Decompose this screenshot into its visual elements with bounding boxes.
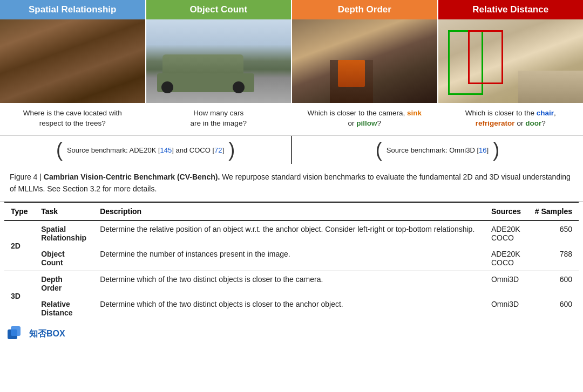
sources-cell-spatial: ADE20KCOCO (485, 221, 528, 246)
table-row: RelativeDistance Determine which of the … (4, 296, 579, 321)
table-row: 3D DepthOrder Determine which of the two… (4, 271, 579, 297)
banner-image-spatial (0, 19, 145, 103)
table-wrapper: Type Task Description Sources # Samples … (0, 202, 583, 321)
desc-cell-object: Determine the number of instances presen… (93, 246, 485, 271)
desc-cell-depth: Determine which of the two distinct obje… (93, 271, 485, 297)
desc-cell-spatial: Determine the relative position of an ob… (93, 221, 485, 246)
banner-image-depth (292, 19, 437, 103)
banner-image-object (146, 19, 292, 103)
samples-cell-spatial: 650 (528, 221, 579, 246)
watermark-text: 知否BOX (29, 328, 65, 340)
task-cell-relative: RelativeDistance (35, 296, 93, 321)
col-header-task: Task (35, 202, 93, 221)
source-text-left: Source benchmark: ADE20K [145] and COCO … (63, 146, 228, 154)
banner-label-relative: Relative Distance (438, 0, 584, 19)
svg-rect-1 (11, 326, 21, 336)
relative-box-red (468, 30, 503, 84)
watermark: 知否BOX (0, 321, 583, 347)
data-table: Type Task Description Sources # Samples … (4, 202, 579, 321)
sources-cell-object: ADE20KCOCO (485, 246, 528, 271)
figure-number: Figure 4 (10, 173, 37, 181)
door-highlight: door (525, 119, 541, 127)
banner-label-depth: Depth Order (292, 0, 437, 19)
ref-145[interactable]: 145 (160, 146, 172, 154)
banner-question-spatial: Where is the cave located withrespect to… (0, 103, 145, 135)
type-cell-3d: 3D (4, 271, 35, 321)
samples-cell-object: 788 (528, 246, 579, 271)
table-row: 2D SpatialRelationship Determine the rel… (4, 221, 579, 246)
banner-label-object: Object Count (146, 0, 292, 19)
task-cell-object: ObjectCount (35, 246, 93, 271)
banner-question-depth: Which is closer to the camera, sinkor pi… (292, 103, 437, 135)
brace-right-close: ) (493, 140, 499, 160)
ref-72[interactable]: 72 (214, 146, 222, 154)
samples-cell-depth: 600 (528, 271, 579, 297)
figure-caption: Figure 4 | Cambrian Vision-Centric Bench… (0, 164, 583, 202)
banner-question-object: How many carsare in the image? (146, 103, 292, 135)
source-group-left: ( Source benchmark: ADE20K [145] and COC… (0, 136, 292, 164)
source-row: ( Source benchmark: ADE20K [145] and COC… (0, 135, 583, 164)
brace-right-open: ( (376, 140, 382, 160)
col-header-description: Description (93, 202, 485, 221)
table-header-row: Type Task Description Sources # Samples (4, 202, 579, 221)
banner-item-relative: Relative Distance Which is closer to the… (438, 0, 584, 135)
desc-cell-relative: Determine which of the two distinct obje… (93, 296, 485, 321)
task-cell-spatial: SpatialRelationship (35, 221, 93, 246)
sources-cell-relative: Omni3D (485, 296, 528, 321)
samples-cell-relative: 600 (528, 296, 579, 321)
fridge-highlight: refrigerator (476, 119, 515, 127)
figure-title: Cambrian Vision-Centric Benchmark (CV-Be… (44, 173, 220, 181)
col-header-type: Type (4, 202, 35, 221)
banner-row: Spatial Relationship Where is the cave l… (0, 0, 583, 135)
brace-left-close: ) (228, 140, 235, 160)
col-header-sources: Sources (485, 202, 528, 221)
banner-image-relative (438, 19, 584, 103)
source-group-right: ( Source benchmark: Omni3D [16] ) (292, 136, 583, 164)
chair-highlight: chair (537, 109, 554, 117)
col-header-samples: # Samples (528, 202, 579, 221)
figure-separator: | (37, 173, 43, 181)
banner-label-spatial: Spatial Relationship (0, 0, 145, 19)
logo-icon (8, 325, 25, 342)
banner-question-relative: Which is closer to the chair,refrigerato… (438, 103, 584, 135)
sink-highlight: sink (407, 109, 422, 117)
table-row: ObjectCount Determine the number of inst… (4, 246, 579, 271)
task-cell-depth: DepthOrder (35, 271, 93, 297)
ref-16[interactable]: 16 (479, 146, 486, 154)
banner-item-spatial: Spatial Relationship Where is the cave l… (0, 0, 146, 135)
pillow-highlight: pillow (356, 119, 377, 127)
brace-left-open: ( (56, 140, 63, 160)
source-text-right: Source benchmark: Omni3D [16] (382, 146, 493, 154)
banner-item-depth: Depth Order Which is closer to the camer… (292, 0, 438, 135)
type-cell-2d: 2D (4, 221, 35, 271)
banner-item-object: Object Count How many carsare in the ima… (146, 0, 293, 135)
sources-cell-depth: Omni3D (485, 271, 528, 297)
